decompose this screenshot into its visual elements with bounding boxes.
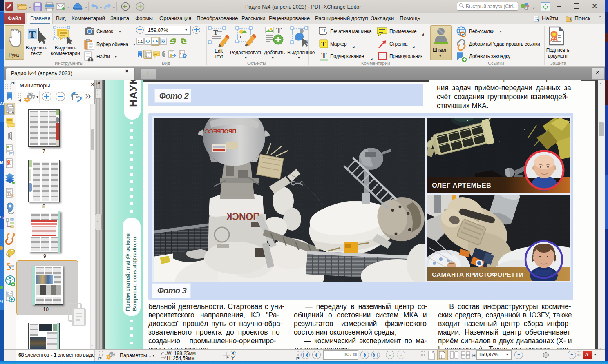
svg-text:T: T bbox=[321, 40, 326, 48]
svg-text:T: T bbox=[239, 34, 242, 39]
svg-text:ПРОГРЕСС: ПРОГРЕСС bbox=[205, 128, 237, 135]
svg-text:T: T bbox=[321, 51, 327, 60]
svg-text:T: T bbox=[323, 28, 326, 33]
svg-text:T: T bbox=[213, 29, 218, 36]
svg-text:ОЛЕГ АРТЕМЬЕВ: ОЛЕГ АРТЕМЬЕВ bbox=[432, 182, 491, 189]
svg-text:T: T bbox=[276, 26, 282, 35]
svg-text:САМАНТА КРИСТОФОРЕТТИ: САМАНТА КРИСТОФОРЕТТИ bbox=[432, 271, 523, 278]
svg-text:T: T bbox=[8, 193, 10, 196]
svg-text:90°: 90° bbox=[76, 96, 80, 99]
svg-text:ПОИСК: ПОИСК bbox=[226, 211, 260, 222]
svg-text:1:1: 1:1 bbox=[138, 40, 143, 44]
svg-text:T: T bbox=[29, 29, 36, 40]
